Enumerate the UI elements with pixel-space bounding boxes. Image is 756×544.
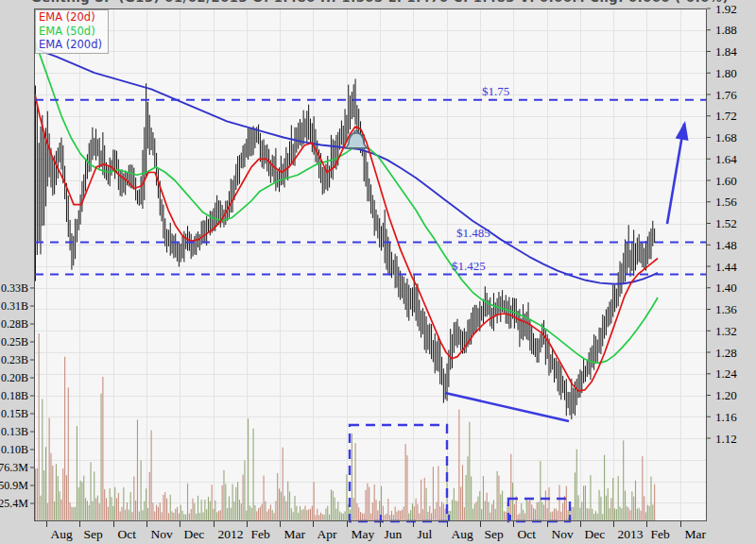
price-level-label: $1.425 (452, 259, 486, 273)
time-tick-label: Aug (452, 527, 473, 541)
price-tick-label: 1.64 (715, 152, 737, 166)
price-tick-label: 1.24 (715, 366, 737, 381)
time-tick-label: Sep (84, 527, 104, 541)
time-tick-label: Mar (685, 527, 707, 541)
volume-tick-label: 50.9M (0, 479, 28, 492)
time-tick-label: 2012 (218, 527, 244, 541)
price-tick-label: 1.40 (715, 280, 737, 295)
price-tick-label: 1.68 (715, 130, 737, 144)
price-level-label: $1.485 (456, 226, 490, 240)
volume-tick-label: 0.25B (1, 335, 28, 348)
volume-tick-label: 0.23B (1, 353, 28, 366)
price-tick-label: 1.88 (715, 23, 737, 37)
volume-tick-label: 0.20B (1, 371, 28, 384)
volume-tick-label: 0.10B (1, 443, 28, 456)
price-tick-label: 1.16 (715, 410, 737, 424)
price-tick-label: 1.56 (715, 195, 737, 209)
time-tick-label: Feb (251, 527, 271, 541)
time-tick-label: Jul (418, 527, 433, 541)
volume-tick-label: 0.33B (1, 281, 28, 295)
time-tick-label: Oct (118, 527, 137, 541)
time-tick-label: Mar (284, 527, 306, 541)
legend-item: EMA (20d) (39, 10, 95, 24)
volume-tick-label: 25.4M (0, 497, 28, 510)
price-tick-label: 1.32 (715, 324, 737, 338)
time-tick-label: Nov (151, 527, 173, 541)
price-tick-label: 1.72 (715, 109, 737, 123)
time-tick-label: Feb (651, 527, 671, 541)
time-tick-label: May (352, 527, 375, 541)
price-tick-label: 1.80 (715, 66, 737, 80)
price-tick-label: 1.52 (715, 216, 737, 230)
volume-tick-label: 0.18B (1, 389, 28, 402)
price-tick-label: 1.76 (715, 88, 737, 102)
price-tick-label: 1.20 (715, 388, 737, 402)
time-tick-label: Aug (51, 527, 73, 541)
price-tick-label: 1.28 (715, 346, 737, 360)
time-tick-label: Oct (518, 527, 537, 541)
volume-tick-label: 76.3M (0, 461, 28, 474)
time-tick-label: Jun (385, 527, 403, 541)
ema-legend: EMA (20d)EMA (50d)EMA (200d) (36, 10, 109, 54)
volume-tick-label: 0.28B (1, 317, 28, 331)
time-tick-label: Dec (585, 527, 606, 541)
time-tick-label: Nov (552, 527, 574, 541)
plot-background (34, 8, 707, 521)
volume-tick-label: 0.15B (1, 407, 28, 420)
price-tick-label: 1.36 (715, 302, 737, 316)
time-tick-label: Dec (184, 527, 205, 541)
price-tick-label: 1.12 (715, 432, 737, 446)
chart-window: $1.75$1.485$1.425EMA (20d)EMA (50d)EMA (… (0, 0, 756, 544)
clipped-title-bar: Genting SP (G13) 01/02/2013 O: 1.480 H: … (31, 0, 729, 7)
time-tick-label: Sep (485, 527, 505, 541)
volume-tick-label: 0.13B (1, 425, 28, 438)
time-tick-label: 2013 (618, 527, 644, 541)
chart-canvas[interactable]: $1.75$1.485$1.425EMA (20d)EMA (50d)EMA (… (0, 0, 756, 544)
price-tick-label: 1.84 (715, 44, 737, 59)
time-tick-label: Apr (318, 527, 337, 541)
legend-item: EMA (50d) (39, 25, 95, 38)
price-tick-label: 1.44 (715, 260, 737, 274)
price-tick-label: 1.60 (715, 174, 737, 188)
volume-tick-label: 0.31B (1, 299, 28, 313)
price-tick-label: 1.48 (715, 238, 737, 252)
price-level-label: $1.75 (482, 84, 509, 98)
legend-item: EMA (200d) (39, 38, 102, 51)
